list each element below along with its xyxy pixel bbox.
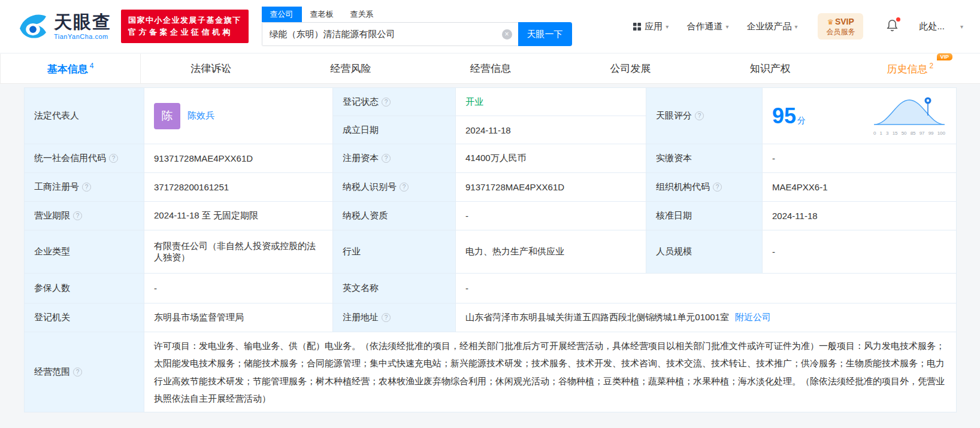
field-establish-date-value: 2024-11-18 [456, 116, 646, 144]
svip-line1: ♛SVIP [826, 16, 855, 28]
field-business-term-value: 2024-11-18 至 无固定期限 [144, 202, 333, 230]
tab-history-info[interactable]: 历史信息2 VIP [840, 54, 980, 83]
field-business-scope-label: 经营范围? [25, 332, 144, 412]
notifications-button[interactable] [886, 19, 899, 35]
user-menu[interactable]: 此处... ▾ [919, 21, 963, 32]
tab-basic-info[interactable]: 基本信息4 [0, 54, 141, 83]
field-industry-label: 行业 [333, 230, 456, 274]
status-badge: 开业 [465, 96, 483, 107]
table-row: 营业期限? 2024-11-18 至 无固定期限 纳税人资质 - 核准日期 20… [25, 202, 957, 230]
apps-grid-icon [633, 22, 642, 31]
field-taxpayer-id-label: 纳税人识别号? [333, 173, 456, 202]
tab-business-info[interactable]: 经营信息 [421, 54, 560, 83]
tab-intellectual-property[interactable]: 知识产权 [700, 54, 840, 83]
tianyancha-logo[interactable]: 天眼查 TianYanCha.com [17, 10, 111, 43]
field-reg-capital-label: 注册资本? [333, 144, 456, 173]
nav-apps[interactable]: 应用 ▾ [633, 21, 669, 32]
help-icon[interactable]: ? [382, 154, 391, 163]
help-icon[interactable]: ? [73, 211, 82, 220]
crown-icon: ♛ [827, 18, 834, 26]
field-taxpayer-qualification-value: - [456, 202, 646, 230]
nearby-companies-link[interactable]: 附近公司 [735, 312, 771, 323]
tab-company-development[interactable]: 公司发展 [561, 54, 700, 83]
field-english-name-value: - [456, 274, 957, 303]
vip-tag: VIP [937, 53, 953, 60]
logo-text: 天眼查 TianYanCha.com [54, 13, 111, 40]
search-tabs: 查公司 查老板 查关系 [262, 7, 572, 22]
help-icon[interactable]: ? [382, 98, 391, 107]
field-business-term-label: 营业期限? [25, 202, 144, 230]
nav-cooperation[interactable]: 合作通道 ▾ [686, 21, 728, 32]
tianyancha-logo-icon [17, 10, 49, 43]
search-tab-relation[interactable]: 查关系 [342, 7, 382, 22]
notification-dot [896, 17, 900, 22]
search-box: × 天眼一下 [262, 22, 572, 46]
help-icon[interactable]: ? [82, 183, 91, 192]
field-reg-address-value: 山东省菏泽市东明县城关街道五四路西段北侧锦绣城1单元01001室 附近公司 [456, 303, 957, 332]
field-reg-status-value: 开业 [456, 88, 646, 116]
chevron-down-icon: ▾ [960, 23, 963, 30]
table-row: 统一社会信用代码? 91371728MAE4PXX61D 注册资本? 41400… [25, 144, 957, 173]
score-distribution-chart: 013 155085 9799100 [872, 96, 946, 136]
tab-operational-risk[interactable]: 经营风险 [281, 54, 421, 83]
table-row: 工商注册号? 371728200161251 纳税人识别号? 91371728M… [25, 173, 957, 202]
field-score-value: 95分 013 155085 9799100 [763, 88, 957, 144]
field-paid-capital-label: 实缴资本 [646, 144, 763, 173]
field-insured-count-value: - [144, 274, 333, 303]
help-icon[interactable]: ? [109, 154, 118, 163]
chevron-down-icon: ▾ [794, 23, 797, 30]
nav-cooperation-label: 合作通道 [686, 21, 722, 32]
field-staff-size-value: - [763, 230, 957, 274]
company-section-tabs: 基本信息4 法律诉讼 经营风险 经营信息 公司发展 知识产权 历史信息2 VIP [0, 54, 980, 84]
field-taxpayer-id-value: 91371728MAE4PXX61D [456, 173, 646, 202]
field-org-code-label: 组织机构代码? [646, 173, 763, 202]
help-icon[interactable]: ? [695, 111, 704, 120]
basic-info-table: 法定代表人 陈 陈效兵 登记状态? 开业 天眼评分? 95分 [24, 87, 957, 412]
gov-certification-badge: 国家中小企业发展子基金旗下 官方备案企业征信机构 [121, 10, 249, 43]
help-icon[interactable]: ? [382, 313, 391, 322]
help-icon[interactable]: ? [713, 183, 722, 192]
search-button[interactable]: 天眼一下 [518, 22, 572, 46]
tab-legal-proceedings[interactable]: 法律诉讼 [141, 54, 280, 83]
score-curve-icon [872, 96, 946, 128]
chevron-down-icon: ▾ [666, 23, 669, 30]
score-axis-labels: 013 155085 9799100 [872, 130, 946, 136]
search-area: 查公司 查老板 查关系 × 天眼一下 [262, 7, 572, 46]
table-row: 经营范围? 许可项目：发电业务、输电业务、供（配）电业务。（依法须经批准的项目，… [25, 332, 957, 412]
field-reg-number-value: 371728200161251 [144, 173, 333, 202]
field-industry-value: 电力、热力生产和供应业 [456, 230, 646, 274]
reg-address-text: 山东省菏泽市东明县城关街道五四路西段北侧锦绣城1单元01001室 [465, 312, 729, 323]
search-tab-boss[interactable]: 查老板 [302, 7, 342, 22]
field-paid-capital-value: - [763, 144, 957, 173]
field-reg-number-label: 工商注册号? [25, 173, 144, 202]
table-row: 登记机关 东明县市场监督管理局 注册地址? 山东省菏泽市东明县城关街道五四路西段… [25, 303, 957, 332]
field-org-code-value: MAE4PXX6-1 [763, 173, 957, 202]
help-icon[interactable]: ? [400, 183, 409, 192]
top-header: 天眼查 TianYanCha.com 国家中小企业发展子基金旗下 官方备案企业征… [0, 0, 980, 53]
field-company-type-label: 企业类型 [25, 230, 144, 274]
search-tab-company[interactable]: 查公司 [262, 7, 302, 22]
chevron-down-icon: ▾ [725, 23, 728, 30]
field-approval-date-label: 核准日期 [646, 202, 763, 230]
user-menu-label: 此处... [919, 21, 945, 32]
clear-search-icon[interactable]: × [502, 29, 512, 40]
search-input[interactable] [262, 23, 502, 45]
field-reg-capital-value: 41400万人民币 [456, 144, 646, 173]
legal-rep-avatar[interactable]: 陈 [154, 103, 180, 129]
gov-badge-line2: 官方备案企业征信机构 [128, 26, 241, 38]
field-company-type-value: 有限责任公司（非自然人投资或控股的法人独资） [144, 230, 333, 274]
field-taxpayer-qualification-label: 纳税人资质 [333, 202, 456, 230]
field-establish-date-label: 成立日期 [333, 116, 456, 144]
field-reg-authority-label: 登记机关 [25, 303, 144, 332]
gov-badge-line1: 国家中小企业发展子基金旗下 [128, 14, 241, 26]
svip-membership-button[interactable]: ♛SVIP 会员服务 [818, 13, 863, 40]
field-reg-address-label: 注册地址? [333, 303, 456, 332]
tianyan-score: 95分 [772, 105, 806, 127]
help-icon[interactable]: ? [73, 368, 82, 377]
field-reg-authority-value: 东明县市场监督管理局 [144, 303, 333, 332]
svip-line2: 会员服务 [826, 28, 855, 37]
field-legal-representative-label: 法定代表人 [25, 88, 144, 144]
legal-rep-name-link[interactable]: 陈效兵 [187, 110, 214, 122]
nav-enterprise-products[interactable]: 企业级产品 ▾ [746, 21, 797, 32]
field-score-label: 天眼评分? [646, 88, 763, 144]
